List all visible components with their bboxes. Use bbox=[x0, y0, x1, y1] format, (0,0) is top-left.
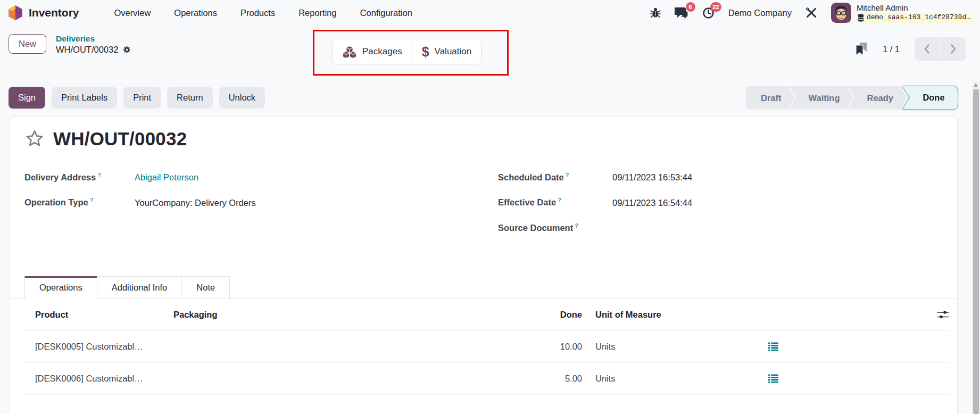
column-header-packaging[interactable]: Packaging bbox=[173, 310, 524, 320]
chevron-right-icon bbox=[950, 44, 957, 54]
status-action-bar: Sign Print Labels Print Return Unlock Dr… bbox=[0, 79, 980, 116]
messages-badge: 6 bbox=[686, 2, 695, 12]
field-label: Operation Type bbox=[24, 198, 88, 208]
detailed-operations-icon[interactable] bbox=[768, 374, 778, 383]
effective-date-value[interactable]: 09/11/2023 16:54:44 bbox=[612, 198, 692, 208]
user-menu[interactable]: Mitchell Admin demo_saas-163_1c4f28739d… bbox=[831, 3, 973, 23]
breadcrumb-deliveries-link[interactable]: Deliveries bbox=[56, 34, 131, 44]
user-name: Mitchell Admin bbox=[857, 3, 973, 13]
field-label: Source Document bbox=[498, 223, 573, 233]
table-header-row: Product Packaging Done Unit of Measure bbox=[24, 299, 949, 331]
control-panel: New Deliveries WH/OUT/00032 bbox=[0, 26, 980, 79]
messages-icon[interactable]: 6 bbox=[675, 7, 688, 19]
field-source-document: Source Document? bbox=[498, 222, 943, 233]
print-labels-button[interactable]: Print Labels bbox=[52, 87, 117, 109]
column-header-product[interactable]: Product bbox=[24, 310, 173, 320]
top-navbar: Inventory Overview Operations Products R… bbox=[0, 0, 980, 26]
menu-configuration[interactable]: Configuration bbox=[360, 8, 412, 18]
app-name: Inventory bbox=[29, 6, 79, 19]
pager-counter: 1 / 1 bbox=[883, 44, 900, 54]
notebook-tabs: Operations Additional Info Note bbox=[10, 276, 957, 299]
optional-columns-icon[interactable] bbox=[937, 310, 949, 320]
packages-label: Packages bbox=[362, 46, 402, 57]
status-pipeline: Draft Waiting Ready Done bbox=[746, 86, 958, 110]
bookmark-icon[interactable] bbox=[855, 42, 868, 56]
vertical-scrollbar[interactable] bbox=[972, 81, 980, 414]
column-header-done[interactable]: Done bbox=[524, 310, 582, 320]
menu-operations[interactable]: Operations bbox=[174, 8, 217, 18]
uom-cell[interactable]: Units bbox=[582, 374, 768, 384]
help-icon[interactable]: ? bbox=[90, 197, 94, 203]
uom-cell[interactable]: Units bbox=[582, 342, 768, 352]
column-header-uom[interactable]: Unit of Measure bbox=[582, 310, 768, 320]
product-cell[interactable]: [DESK0005] Customizabl… bbox=[24, 342, 173, 352]
table-row[interactable]: [DESK0006] Customizabl… 5.00 Units bbox=[24, 363, 949, 395]
help-icon[interactable]: ? bbox=[97, 172, 101, 178]
product-cell[interactable]: [DESK0006] Customizabl… bbox=[24, 374, 173, 384]
stage-waiting[interactable]: Waiting bbox=[790, 86, 854, 110]
avatar[interactable] bbox=[831, 3, 851, 23]
company-switcher[interactable]: Demo Company bbox=[728, 8, 792, 18]
debug-bug-icon[interactable] bbox=[650, 7, 661, 19]
record-title: WH/OUT/00032 bbox=[53, 128, 187, 150]
menu-reporting[interactable]: Reporting bbox=[298, 8, 337, 18]
scheduled-date-value[interactable]: 09/11/2023 16:53:44 bbox=[612, 172, 692, 183]
help-icon[interactable]: ? bbox=[558, 197, 561, 203]
new-button[interactable]: New bbox=[9, 34, 46, 54]
tab-note[interactable]: Note bbox=[181, 276, 230, 299]
valuation-label: Valuation bbox=[435, 46, 472, 57]
scrollbar-thumb[interactable] bbox=[973, 89, 979, 414]
table-row[interactable]: [DESK0005] Customizabl… 10.00 Units bbox=[24, 331, 949, 363]
tab-additional-info[interactable]: Additional Info bbox=[97, 276, 182, 299]
cubes-icon bbox=[342, 45, 357, 59]
unlock-button[interactable]: Unlock bbox=[219, 87, 265, 109]
delivery-address-link[interactable]: Abigail Peterson bbox=[135, 172, 198, 183]
scroll-up-arrow-icon[interactable] bbox=[974, 83, 978, 87]
field-label: Effective Date bbox=[498, 198, 556, 208]
activities-clock-icon[interactable]: 22 bbox=[702, 7, 715, 19]
main-menu: Overview Operations Products Reporting C… bbox=[114, 8, 412, 18]
menu-overview[interactable]: Overview bbox=[114, 8, 151, 18]
form-sheet: WH/OUT/00032 Delivery Address? Abigail P… bbox=[10, 116, 958, 414]
field-label: Delivery Address bbox=[24, 172, 96, 182]
stage-ready[interactable]: Ready bbox=[848, 86, 907, 110]
inventory-app-icon[interactable] bbox=[7, 5, 23, 21]
field-effective-date: Effective Date? 09/11/2023 16:54:44 bbox=[498, 197, 943, 208]
operation-type-value[interactable]: YourCompany: Delivery Orders bbox=[135, 198, 256, 208]
field-delivery-address: Delivery Address? Abigail Peterson bbox=[24, 172, 498, 183]
sign-button[interactable]: Sign bbox=[9, 87, 45, 109]
valuation-smart-button[interactable]: $ Valuation bbox=[412, 39, 481, 64]
gear-icon[interactable] bbox=[122, 45, 131, 54]
pager-previous-button[interactable] bbox=[915, 37, 940, 61]
activities-badge: 22 bbox=[710, 2, 721, 12]
pager-next-button[interactable] bbox=[940, 37, 966, 61]
stage-done-active[interactable]: Done bbox=[902, 86, 958, 110]
field-operation-type: Operation Type? YourCompany: Delivery Or… bbox=[24, 197, 498, 208]
done-cell[interactable]: 5.00 bbox=[524, 374, 582, 384]
tools-icon[interactable] bbox=[805, 7, 817, 19]
breadcrumb: Deliveries WH/OUT/00032 bbox=[56, 34, 131, 55]
tab-operations[interactable]: Operations bbox=[24, 276, 97, 299]
menu-products[interactable]: Products bbox=[240, 8, 275, 18]
done-cell[interactable]: 10.00 bbox=[524, 342, 582, 352]
database-icon bbox=[858, 14, 864, 22]
help-icon[interactable]: ? bbox=[575, 222, 578, 229]
return-button[interactable]: Return bbox=[167, 87, 213, 109]
database-name: demo_saas-163_1c4f28739d… bbox=[857, 13, 973, 22]
help-icon[interactable]: ? bbox=[566, 172, 569, 178]
chevron-left-icon bbox=[924, 44, 931, 54]
dollar-icon: $ bbox=[422, 45, 429, 59]
field-label: Scheduled Date bbox=[498, 172, 564, 182]
operations-table: Product Packaging Done Unit of Measure [… bbox=[10, 299, 957, 395]
breadcrumb-current: WH/OUT/00032 bbox=[56, 45, 118, 55]
smart-button-group: Packages $ Valuation bbox=[332, 39, 481, 64]
stage-draft[interactable]: Draft bbox=[746, 86, 795, 110]
print-button[interactable]: Print bbox=[123, 87, 161, 109]
field-scheduled-date: Scheduled Date? 09/11/2023 16:53:44 bbox=[498, 172, 943, 183]
favorite-star-icon[interactable] bbox=[24, 129, 45, 149]
detailed-operations-icon[interactable] bbox=[768, 342, 778, 351]
packages-smart-button[interactable]: Packages bbox=[333, 39, 412, 64]
